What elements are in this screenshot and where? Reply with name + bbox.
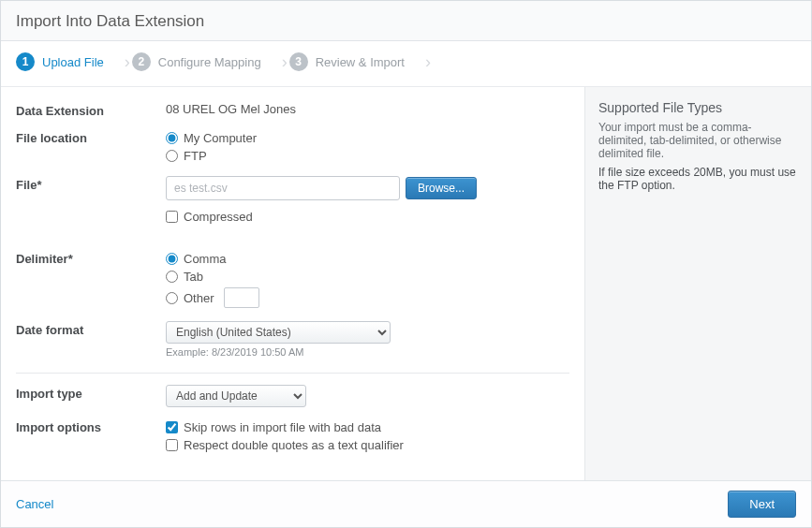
- radio-input-tab[interactable]: [166, 271, 178, 283]
- step-number-icon: 2: [132, 52, 151, 71]
- next-button[interactable]: Next: [728, 491, 796, 518]
- form-area: Data Extension 08 UREL OG Mel Jones File…: [1, 87, 584, 480]
- row-delimiter: Delimiter* Comma Tab Other: [16, 244, 569, 315]
- row-file: File* es test.csv Browse... Compressed: [16, 170, 569, 231]
- step-label: Configure Mapping: [158, 55, 261, 69]
- checkbox-compressed[interactable]: Compressed: [166, 208, 569, 226]
- radio-label: FTP: [184, 149, 207, 163]
- checkbox-input-skip-bad[interactable]: [166, 421, 178, 433]
- step-number-icon: 3: [289, 52, 308, 71]
- side-note-2: If file size exceeds 20MB, you must use …: [598, 166, 798, 192]
- side-heading: Supported File Types: [598, 100, 798, 115]
- wizard-step-review[interactable]: 3 Review & Import ›: [282, 49, 425, 75]
- checkbox-label: Skip rows in import file with bad data: [184, 420, 381, 434]
- row-data-extension: Data Extension 08 UREL OG Mel Jones: [16, 96, 569, 124]
- checkbox-skip-bad[interactable]: Skip rows in import file with bad data: [166, 418, 569, 436]
- cancel-link[interactable]: Cancel: [16, 497, 53, 511]
- label-file-location: File location: [16, 129, 166, 165]
- row-import-type: Import type Add and Update: [16, 379, 569, 413]
- step-label: Review & Import: [316, 55, 405, 69]
- label-file: File*: [16, 176, 166, 226]
- side-panel: Supported File Types Your import must be…: [584, 87, 811, 480]
- radio-label: My Computer: [184, 131, 257, 145]
- radio-label: Comma: [184, 252, 227, 266]
- browse-button[interactable]: Browse...: [406, 177, 477, 199]
- radio-input-other[interactable]: [166, 292, 178, 304]
- checkbox-respect-quotes[interactable]: Respect double quotes as a text qualifie…: [166, 436, 569, 454]
- label-import-type: Import type: [16, 385, 166, 407]
- side-note-1: Your import must be a comma-delimited, t…: [598, 121, 798, 160]
- value-data-extension: 08 UREL OG Mel Jones: [166, 102, 569, 118]
- wizard-steps: 1 Upload File › 2 Configure Mapping › 3 …: [1, 41, 811, 87]
- label-date-format: Date format: [16, 321, 166, 358]
- label-import-options: Import options: [16, 418, 166, 454]
- date-format-example: Example: 8/23/2019 10:50 AM: [166, 346, 569, 358]
- checkbox-label: Compressed: [184, 210, 253, 224]
- dialog-title: Import Into Data Extension: [1, 1, 811, 41]
- radio-other[interactable]: Other: [166, 286, 569, 310]
- chevron-right-icon: ›: [425, 52, 431, 72]
- label-data-extension: Data Extension: [16, 102, 166, 118]
- radio-ftp[interactable]: FTP: [166, 147, 569, 165]
- radio-label: Tab: [184, 270, 203, 284]
- step-number-icon: 1: [16, 52, 35, 71]
- row-date-format: Date format English (United States) Exam…: [16, 315, 569, 363]
- section-divider: [16, 373, 569, 374]
- row-file-location: File location My Computer FTP: [16, 124, 569, 170]
- checkbox-input-respect-quotes[interactable]: [166, 439, 178, 451]
- dialog-footer: Cancel Next: [1, 480, 811, 527]
- checkbox-input-compressed[interactable]: [166, 211, 178, 223]
- radio-label: Other: [184, 291, 214, 305]
- other-delimiter-input[interactable]: [224, 287, 259, 308]
- radio-my-computer[interactable]: My Computer: [166, 129, 569, 147]
- step-label: Upload File: [42, 55, 104, 69]
- radio-input-my-computer[interactable]: [166, 132, 178, 144]
- radio-input-ftp[interactable]: [166, 150, 178, 162]
- checkbox-label: Respect double quotes as a text qualifie…: [184, 438, 404, 452]
- import-type-select[interactable]: Add and Update: [166, 385, 306, 407]
- radio-tab[interactable]: Tab: [166, 268, 569, 286]
- content-area: Data Extension 08 UREL OG Mel Jones File…: [1, 87, 811, 480]
- row-import-options: Import options Skip rows in import file …: [16, 413, 569, 460]
- wizard-step-upload[interactable]: 1 Upload File ›: [8, 49, 125, 75]
- wizard-step-mapping[interactable]: 2 Configure Mapping ›: [125, 49, 282, 75]
- label-delimiter: Delimiter*: [16, 250, 166, 310]
- date-format-select[interactable]: English (United States): [166, 321, 391, 344]
- radio-comma[interactable]: Comma: [166, 250, 569, 268]
- file-input[interactable]: es test.csv: [166, 176, 400, 200]
- radio-input-comma[interactable]: [166, 253, 178, 265]
